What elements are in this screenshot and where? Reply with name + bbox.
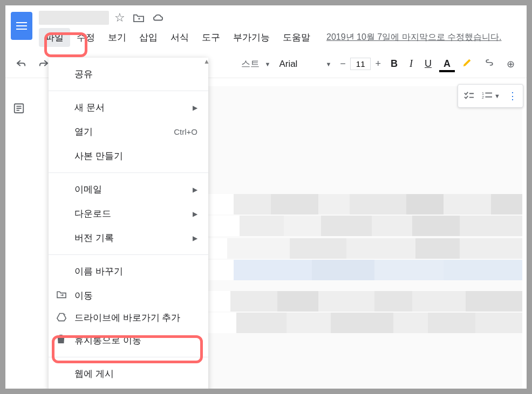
star-icon[interactable]: ☆ xyxy=(114,11,125,25)
menu-download[interactable]: 다운로드 ▶ xyxy=(49,202,208,226)
submenu-arrow-icon: ▶ xyxy=(193,104,197,112)
numbered-list-icon[interactable]: 1 2 ▼ xyxy=(479,89,503,103)
menu-divider xyxy=(49,357,208,357)
drive-shortcut-icon: + xyxy=(56,312,67,324)
menu-make-copy[interactable]: 사본 만들기 xyxy=(49,144,208,168)
title-icons: ☆ xyxy=(114,11,164,25)
docs-logo-icon[interactable] xyxy=(11,12,32,40)
menu-move-to-trash[interactable]: 휴지통으로 이동 xyxy=(49,328,208,352)
font-dropdown[interactable]: Arial▼ xyxy=(275,57,336,72)
menu-scroll-up-icon[interactable]: ▲ xyxy=(203,58,210,65)
title-row: ☆ xyxy=(39,10,521,25)
font-size-input[interactable]: 11 xyxy=(350,58,371,70)
font-size-decrease[interactable]: − xyxy=(337,57,349,71)
menu-format[interactable]: 서식 xyxy=(164,28,195,47)
move-folder-icon[interactable] xyxy=(133,11,145,25)
highlight-button[interactable] xyxy=(457,56,478,72)
bold-button[interactable]: B xyxy=(385,56,403,72)
text-color-button[interactable]: A xyxy=(438,56,456,72)
menu-rename[interactable]: 이름 바꾸기 xyxy=(49,259,208,284)
menu-tools[interactable]: 도구 xyxy=(195,28,227,47)
paragraph-style-dropdown[interactable]: 스트▼ xyxy=(238,58,274,70)
underline-button[interactable]: U xyxy=(419,56,437,72)
menu-addons[interactable]: 부가기능 xyxy=(227,28,276,47)
svg-rect-8 xyxy=(486,96,493,98)
menu-edit[interactable]: 수정 xyxy=(70,28,101,47)
title-area: ☆ 파일 수정 보기 xyxy=(39,10,521,47)
menu-add-shortcut[interactable]: + 드라이브에 바로가기 추가 xyxy=(49,308,208,328)
submenu-arrow-icon: ▶ xyxy=(193,186,197,193)
add-comment-button[interactable]: ⊕ xyxy=(501,56,520,72)
checklist-icon[interactable] xyxy=(460,89,478,103)
menu-divider xyxy=(49,254,208,255)
menu-divider xyxy=(49,172,208,173)
undo-icon[interactable] xyxy=(12,57,30,71)
floating-list-toolbar: 1 2 ▼ ⋮ xyxy=(458,84,523,108)
menu-publish-web[interactable]: 웹에 게시 xyxy=(49,362,208,386)
header: ☆ 파일 수정 보기 xyxy=(5,5,527,47)
font-size-increase[interactable]: + xyxy=(372,57,384,71)
file-dropdown-menu: 공유 새 문서 ▶ 열기 Ctrl+O 사본 만들기 이메일 ▶ 다운로드 ▶ … xyxy=(49,58,208,389)
menu-divider xyxy=(49,91,208,91)
menu-bar: 파일 수정 보기 삽입 서식 도구 부가기능 도움말 2019년 10월 7일에… xyxy=(39,28,521,47)
doc-title-input[interactable] xyxy=(39,11,109,25)
menu-file[interactable]: 파일 xyxy=(39,28,70,47)
menu-email[interactable]: 이메일 ▶ xyxy=(49,177,208,202)
cloud-saved-icon[interactable] xyxy=(152,11,164,25)
menu-new-doc[interactable]: 새 문서 ▶ xyxy=(49,95,208,120)
menu-view[interactable]: 보기 xyxy=(101,28,133,47)
menu-insert[interactable]: 삽입 xyxy=(133,28,164,47)
shortcut-label: Ctrl+O xyxy=(174,127,197,136)
more-options-icon[interactable]: ⋮ xyxy=(504,88,521,104)
menu-help[interactable]: 도움말 xyxy=(276,28,317,47)
document-canvas[interactable] xyxy=(208,86,522,389)
last-edit-link[interactable]: 2019년 10월 7일에 마지막으로 수정했습니다. xyxy=(326,32,502,43)
svg-text:2: 2 xyxy=(482,95,484,100)
toolbar-right: 스트▼ Arial▼ − 11 + B I U A xyxy=(238,56,520,72)
menu-move[interactable]: 이동 xyxy=(49,284,208,308)
app-window: ☆ 파일 수정 보기 xyxy=(5,5,527,389)
move-folder-icon xyxy=(56,290,67,301)
menu-version-history[interactable]: 버전 기록 ▶ xyxy=(49,226,208,250)
submenu-arrow-icon: ▶ xyxy=(193,210,197,218)
outline-sidebar-icon[interactable] xyxy=(13,102,25,117)
menu-open[interactable]: 열기 Ctrl+O xyxy=(49,120,208,144)
italic-button[interactable]: I xyxy=(404,56,418,72)
trash-icon xyxy=(56,334,66,347)
submenu-arrow-icon: ▶ xyxy=(193,234,197,242)
svg-rect-6 xyxy=(486,93,493,94)
font-size-group: − 11 + xyxy=(337,57,384,71)
insert-link-button[interactable] xyxy=(479,56,500,72)
svg-text:+: + xyxy=(63,313,66,317)
menu-share[interactable]: 공유 xyxy=(49,62,208,86)
